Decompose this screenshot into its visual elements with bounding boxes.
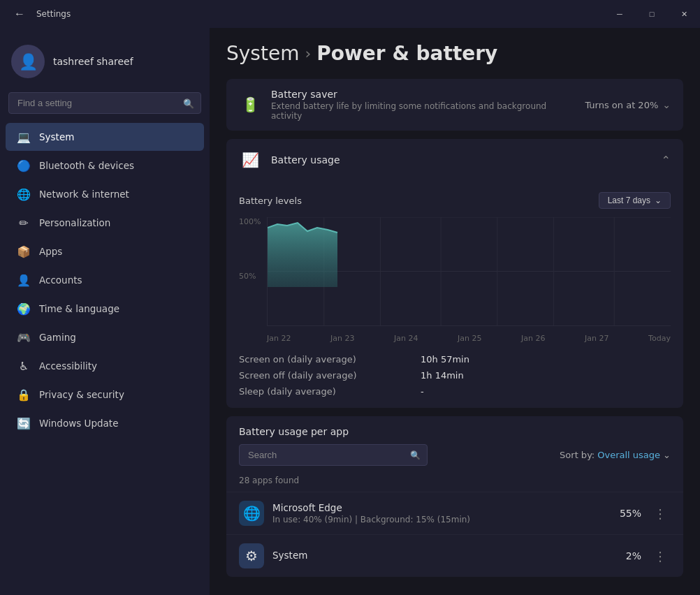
maximize-button[interactable]: □ bbox=[636, 0, 668, 28]
apps-found-label: 28 apps found bbox=[239, 476, 299, 485]
nav-label-apps: Apps bbox=[39, 246, 62, 257]
battery-usage-header[interactable]: 📈 Battery usage ⌃ bbox=[226, 139, 683, 181]
nav-icon-apps: 📦 bbox=[17, 244, 31, 258]
nav-label-accessibility: Accessibility bbox=[39, 360, 97, 372]
stat-row-screen-off: Screen off (daily average) 1h 14min bbox=[239, 370, 671, 381]
back-button[interactable]: ← bbox=[8, 5, 31, 23]
sidebar-item-time[interactable]: 🌍 Time & language bbox=[6, 295, 204, 323]
sort-by-label: Sort by: bbox=[560, 450, 595, 460]
chevron-down-icon: ⌄ bbox=[655, 196, 662, 205]
close-button[interactable]: ✕ bbox=[668, 0, 700, 28]
breadcrumb: System › Power & battery bbox=[226, 42, 683, 65]
stat-value-screen-on: 10h 57min bbox=[421, 354, 469, 365]
minimize-button[interactable]: ─ bbox=[604, 0, 636, 28]
avatar: 👤 bbox=[11, 45, 45, 78]
section-header-left: 📈 Battery usage bbox=[239, 149, 340, 171]
x-label-jan27: Jan 27 bbox=[585, 334, 608, 343]
edge-info: Microsoft Edge In use: 40% (9min) | Back… bbox=[272, 502, 605, 524]
sidebar-item-update[interactable]: 🔄 Windows Update bbox=[6, 409, 204, 437]
nav-icon-update: 🔄 bbox=[17, 416, 31, 430]
nav-icon-privacy: 🔒 bbox=[17, 388, 31, 402]
search-icon: 🔍 bbox=[183, 98, 194, 108]
main-layout: 👤 tashreef shareef 🔍 💻 System 🔵 Bluetoot… bbox=[0, 28, 700, 595]
user-section[interactable]: 👤 tashreef shareef bbox=[0, 34, 210, 92]
battery-chart-area bbox=[268, 223, 337, 287]
chart-grid bbox=[267, 217, 671, 326]
battery-saver-subtitle: Extend battery life by limiting some not… bbox=[271, 101, 575, 121]
battery-usage-card: 📈 Battery usage ⌃ Battery levels Last 7 … bbox=[226, 139, 683, 408]
app-item-system: ⚙️ System 2% ⋮ bbox=[226, 534, 683, 577]
stat-row-sleep: Sleep (daily average) - bbox=[239, 386, 671, 397]
chart-range-button[interactable]: Last 7 days ⌄ bbox=[599, 192, 671, 209]
system-name: System bbox=[272, 550, 605, 561]
nav-container: 💻 System 🔵 Bluetooth & devices 🌐 Network… bbox=[0, 122, 210, 438]
sidebar-item-accounts[interactable]: 👤 Accounts bbox=[6, 266, 204, 294]
titlebar: ← Settings ─ □ ✕ bbox=[0, 0, 700, 28]
battery-saver-action: Turns on at 20% ⌄ bbox=[585, 99, 671, 110]
titlebar-title: Settings bbox=[36, 9, 71, 19]
x-label-jan22: Jan 22 bbox=[267, 334, 291, 343]
breadcrumb-current: Power & battery bbox=[316, 42, 497, 65]
x-label-jan25: Jan 25 bbox=[458, 334, 481, 343]
chart-container: Battery levels Last 7 days ⌄ 100% 50% bbox=[226, 181, 683, 348]
nav-icon-accounts: 👤 bbox=[17, 273, 31, 287]
sort-chevron-icon: ⌄ bbox=[663, 450, 671, 460]
nav-label-gaming: Gaming bbox=[39, 332, 76, 343]
sidebar-item-accessibility[interactable]: ♿ Accessibility bbox=[6, 352, 204, 380]
stat-label-screen-off: Screen off (daily average) bbox=[239, 370, 393, 381]
battery-saver-row[interactable]: 🔋 Battery saver Extend battery life by l… bbox=[226, 79, 683, 131]
per-app-title: Battery usage per app bbox=[239, 426, 671, 437]
stat-value-screen-off: 1h 14min bbox=[421, 370, 464, 381]
system-menu-button[interactable]: ⋮ bbox=[650, 546, 671, 566]
titlebar-left: ← Settings bbox=[8, 5, 71, 23]
system-info: System bbox=[272, 550, 605, 562]
stat-value-sleep: - bbox=[421, 386, 424, 397]
sidebar-item-apps[interactable]: 📦 Apps bbox=[6, 237, 204, 265]
nav-label-personalization: Personalization bbox=[39, 217, 110, 228]
apps-found-row: 28 apps found bbox=[226, 473, 683, 492]
stat-label-screen-on: Screen on (daily average) bbox=[239, 354, 393, 365]
nav-label-bluetooth: Bluetooth & devices bbox=[39, 160, 134, 171]
app-item-edge: 🌐 Microsoft Edge In use: 40% (9min) | Ba… bbox=[226, 492, 683, 534]
chart-y-100-label: 100% bbox=[239, 217, 261, 226]
battery-levels-label: Battery levels bbox=[239, 196, 302, 206]
chart-toolbar: Battery levels Last 7 days ⌄ bbox=[239, 192, 671, 209]
nav-label-system: System bbox=[39, 131, 74, 142]
sidebar-item-gaming[interactable]: 🎮 Gaming bbox=[6, 323, 204, 351]
per-app-header: Battery usage per app 🔍 Sort by: Overall… bbox=[226, 416, 683, 473]
battery-saver-icon: 🔋 bbox=[239, 94, 261, 116]
sidebar-item-personalization[interactable]: ✏️ Personalization bbox=[6, 209, 204, 237]
nav-icon-accessibility: ♿ bbox=[17, 359, 31, 373]
sort-by[interactable]: Sort by: Overall usage ⌄ bbox=[560, 450, 671, 460]
chart-y-50-label: 50% bbox=[239, 272, 256, 281]
edge-menu-button[interactable]: ⋮ bbox=[650, 504, 671, 524]
stat-row-screen-on: Screen on (daily average) 10h 57min bbox=[239, 354, 671, 365]
nav-icon-system: 💻 bbox=[17, 130, 31, 144]
x-label-jan26: Jan 26 bbox=[521, 334, 545, 343]
app-search-input[interactable] bbox=[239, 444, 428, 466]
sidebar-item-network[interactable]: 🌐 Network & internet bbox=[6, 180, 204, 208]
edge-detail: In use: 40% (9min) | Background: 15% (15… bbox=[272, 515, 605, 524]
x-label-today: Today bbox=[648, 334, 671, 343]
nav-label-update: Windows Update bbox=[39, 418, 118, 429]
page-header: System › Power & battery bbox=[226, 42, 683, 65]
nav-label-privacy: Privacy & security bbox=[39, 389, 124, 400]
username: tashreef shareef bbox=[53, 56, 133, 67]
x-label-jan24: Jan 24 bbox=[394, 334, 418, 343]
sidebar: 👤 tashreef shareef 🔍 💻 System 🔵 Bluetoot… bbox=[0, 28, 210, 595]
sort-by-value: Overall usage bbox=[597, 450, 660, 460]
sidebar-item-bluetooth[interactable]: 🔵 Bluetooth & devices bbox=[6, 152, 204, 179]
search-box: 🔍 bbox=[8, 92, 201, 114]
chart-wrap: 100% 50% bbox=[239, 217, 671, 343]
search-input[interactable] bbox=[8, 92, 201, 114]
chart-x-labels: Jan 22 Jan 23 Jan 24 Jan 25 Jan 26 Jan 2… bbox=[267, 334, 671, 343]
battery-usage-icon: 📈 bbox=[239, 149, 261, 171]
battery-per-app-card: Battery usage per app 🔍 Sort by: Overall… bbox=[226, 416, 683, 577]
chart-range-value: Last 7 days bbox=[608, 196, 650, 205]
sidebar-item-privacy[interactable]: 🔒 Privacy & security bbox=[6, 381, 204, 409]
nav-icon-bluetooth: 🔵 bbox=[17, 159, 31, 172]
sidebar-item-system[interactable]: 💻 System bbox=[6, 123, 204, 151]
breadcrumb-parent: System bbox=[226, 42, 299, 65]
breadcrumb-separator: › bbox=[305, 45, 311, 62]
battery-usage-toggle[interactable]: ⌃ bbox=[662, 154, 671, 167]
